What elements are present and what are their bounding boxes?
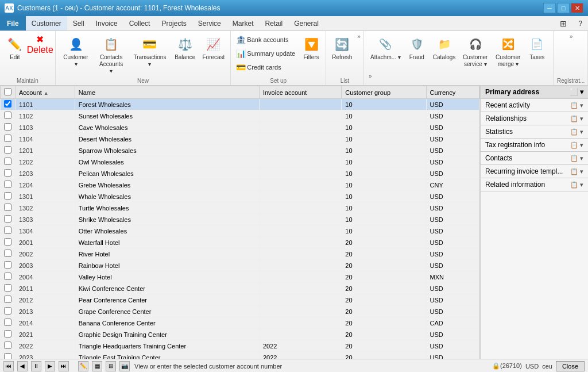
right-panel-section[interactable]: Relationships📋▾ — [481, 112, 588, 125]
contacts-accounts-button[interactable]: 📋 ContactsAccounts ▾ — [95, 33, 127, 76]
table-row[interactable]: 2013Grape Conference Center20USD — [1, 306, 479, 317]
row-checkbox[interactable] — [4, 307, 11, 315]
row-checkbox[interactable] — [4, 192, 11, 200]
section-collapse-icon[interactable]: ▾ — [580, 115, 583, 122]
menu-projects[interactable]: Projects — [156, 16, 192, 30]
row-checkbox[interactable] — [4, 112, 11, 119]
edit-button[interactable]: ✏️ Edit — [3, 33, 27, 63]
row-checkbox[interactable] — [4, 123, 11, 131]
col-account[interactable]: Account ▲ — [16, 86, 75, 99]
right-panel-section[interactable]: Recurring invoice templ...📋▾ — [481, 165, 588, 178]
menu-invoice[interactable]: Invoice — [90, 16, 123, 30]
col-customer-group[interactable]: Customer group — [342, 86, 426, 99]
menu-file[interactable]: File — [0, 16, 26, 30]
status-list-icon[interactable]: ▦ — [92, 361, 102, 371]
table-row[interactable]: 1102Sunset Wholesales10USD — [1, 110, 479, 122]
row-checkbox[interactable] — [4, 284, 11, 292]
table-row[interactable]: 1204Grebe Wholesales10CNY — [1, 179, 479, 191]
row-checkbox[interactable] — [4, 273, 11, 280]
window-close-button[interactable]: ✕ — [571, 3, 583, 13]
row-checkbox[interactable] — [4, 135, 11, 142]
table-row[interactable]: 1302Turtle Wholesales10USD — [1, 202, 479, 214]
table-row[interactable]: 1303Shrike Wholesales10USD — [1, 214, 479, 225]
customer-button[interactable]: 👤 Customer ▾ — [59, 33, 93, 70]
row-checkbox[interactable] — [4, 330, 11, 338]
table-row[interactable]: 1201Sparrow Wholesales10USD — [1, 145, 479, 156]
nav-next[interactable]: ▶ — [45, 361, 55, 371]
menu-market[interactable]: Market — [227, 16, 260, 30]
status-grid-icon[interactable]: ⊞ — [106, 361, 116, 371]
nav-prev[interactable]: ◀ — [17, 361, 28, 371]
balance-button[interactable]: ⚖️ Balance — [172, 33, 198, 63]
menu-general[interactable]: General — [288, 16, 324, 30]
select-all-checkbox[interactable] — [4, 88, 11, 95]
credit-cards-button[interactable]: 💳 Credit cards — [233, 61, 298, 74]
table-row[interactable]: 2021Graphic Design Training Center20USD — [1, 329, 479, 340]
menu-question[interactable]: ? — [572, 16, 588, 30]
nav-pause[interactable]: ⏸ — [31, 361, 41, 371]
minimize-button[interactable]: ─ — [543, 3, 556, 13]
section-expand-icon[interactable]: 📋 — [570, 155, 578, 162]
right-panel-section[interactable]: Statistics📋▾ — [481, 125, 588, 139]
attachments-button[interactable]: 📎 Attachm... ▾ — [368, 33, 404, 70]
catalogs-button[interactable]: 📁 Catalogs — [430, 33, 458, 70]
delete-button[interactable]: ✖ Delete — [28, 33, 52, 55]
right-panel-section[interactable]: Related information📋▾ — [481, 178, 588, 191]
row-checkbox[interactable] — [4, 250, 11, 257]
panel-header-expand-icon[interactable]: ⬜ — [570, 88, 578, 96]
menu-customer[interactable]: Customer — [26, 16, 67, 30]
status-edit-icon[interactable]: ✏️ — [78, 361, 88, 371]
table-row[interactable]: 1301Whale Wholesales10USD — [1, 191, 479, 202]
row-checkbox[interactable] — [4, 204, 11, 211]
nav-first[interactable]: ⏮ — [3, 361, 14, 371]
table-row[interactable]: 1304Otter Wholesales10USD — [1, 225, 479, 237]
right-panel-section[interactable]: Contacts📋▾ — [481, 152, 588, 165]
summary-update-button[interactable]: 📊 Summary update — [233, 47, 298, 60]
forecast-button[interactable]: 📈 Forecast — [200, 33, 227, 63]
row-checkbox[interactable] — [4, 227, 11, 234]
menu-collect[interactable]: Collect — [123, 16, 156, 30]
refresh-button[interactable]: 🔄 Refresh — [329, 33, 355, 63]
nav-last[interactable]: ⏭ — [59, 361, 69, 371]
bank-accounts-button[interactable]: 🏦 Bank accounts — [233, 33, 298, 46]
col-name[interactable]: Name — [75, 86, 259, 99]
section-expand-icon[interactable]: 📋 — [570, 102, 578, 109]
col-invoice-account[interactable]: Invoice account — [259, 86, 341, 99]
table-row[interactable]: 2001Waterfall Hotel20USD — [1, 237, 479, 248]
fraud-button[interactable]: 🛡️ Fraud — [405, 33, 429, 70]
table-row[interactable]: 2014Banana Conference Center20CAD — [1, 317, 479, 329]
section-expand-icon[interactable]: 📋 — [570, 128, 578, 136]
row-checkbox[interactable] — [4, 146, 11, 154]
panel-header-collapse-icon[interactable]: ▾ — [580, 88, 583, 96]
section-collapse-icon[interactable]: ▾ — [580, 168, 583, 175]
section-expand-icon[interactable]: 📋 — [570, 141, 578, 149]
table-row[interactable]: 2011Kiwi Conference Center20USD — [1, 283, 479, 294]
menu-sell[interactable]: Sell — [67, 16, 90, 30]
row-checkbox[interactable] — [4, 342, 11, 349]
table-row[interactable]: 2012Pear Conference Center20USD — [1, 294, 479, 306]
table-row[interactable]: 1103Cave Wholesales10USD — [1, 122, 479, 133]
section-expand-icon[interactable]: 📋 — [570, 168, 578, 175]
customer-service-button[interactable]: 🎧 Customerservice ▾ — [459, 33, 491, 70]
list-expand[interactable]: » — [357, 33, 361, 40]
table-row[interactable]: 1101Forest Wholesales10USD — [1, 99, 479, 110]
row-checkbox[interactable] — [4, 181, 11, 188]
taxes-button[interactable]: 📄 Taxes — [525, 33, 549, 70]
table-row[interactable]: 2003Rainbow Hotel20USD — [1, 260, 479, 271]
maximize-button[interactable]: □ — [557, 3, 570, 13]
menu-service[interactable]: Service — [192, 16, 227, 30]
section-collapse-icon[interactable]: ▾ — [580, 181, 583, 189]
row-checkbox[interactable] — [4, 296, 11, 303]
table-scroll[interactable]: Account ▲ Name Invoice account Customer … — [0, 86, 479, 359]
customer-merge-button[interactable]: 🔀 Customermerge ▾ — [492, 33, 524, 70]
row-checkbox[interactable] — [4, 100, 11, 108]
table-row[interactable]: 1202Owl Wholesales10USD — [1, 156, 479, 168]
row-checkbox[interactable] — [4, 215, 11, 223]
table-row[interactable]: 2022Triangle Headquarters Training Cente… — [1, 340, 479, 352]
row-checkbox[interactable] — [4, 319, 11, 326]
section-expand-icon[interactable]: 📋 — [570, 181, 578, 189]
menu-retail[interactable]: Retail — [259, 16, 288, 30]
registrat-expand[interactable]: » — [570, 33, 573, 40]
actions-expand[interactable]: » — [369, 73, 372, 79]
table-row[interactable]: 1104Desert Wholesales10USD — [1, 133, 479, 145]
